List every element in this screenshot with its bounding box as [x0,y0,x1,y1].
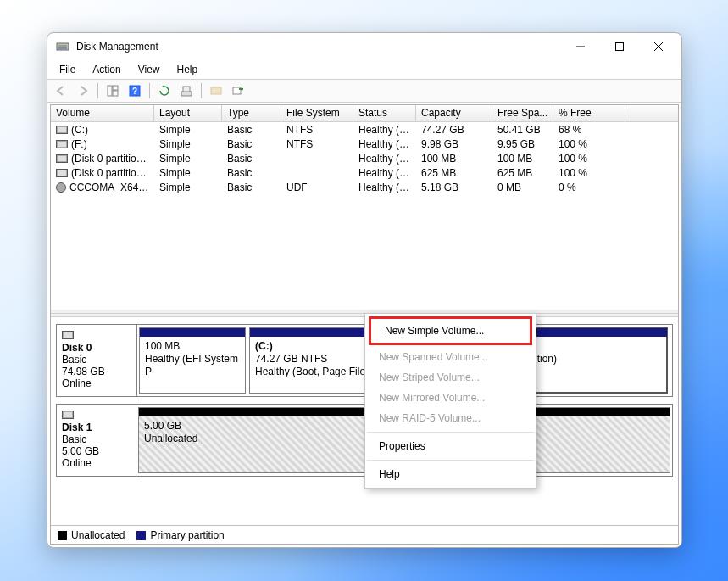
cm-new-simple-volume[interactable]: New Simple Volume... [371,321,530,341]
back-button[interactable] [51,81,71,100]
col-pctfree[interactable]: % Free [553,105,625,121]
volume-row[interactable]: CCCOMA_X64FRE...SimpleBasicUDFHealthy (P… [51,180,678,194]
cm-new-striped-volume: New Striped Volume... [365,367,536,388]
svg-rect-8 [113,86,118,90]
legend: Unallocated Primary partition [51,525,678,544]
menubar: File Action View Help [47,60,681,79]
layout-button[interactable] [103,81,123,100]
svg-rect-2 [58,47,67,49]
partition-context-menu: New Simple Volume... New Spanned Volume.… [364,313,536,489]
disk-info[interactable]: Disk 1Basic5.00 GBOnline [57,405,136,476]
legend-label-primary: Primary partition [150,529,224,541]
col-free[interactable]: Free Spa... [492,105,553,121]
col-status[interactable]: Status [353,105,416,121]
cm-properties[interactable]: Properties [365,436,536,456]
legend-swatch-unallocated [58,531,67,540]
col-volume[interactable]: Volume [51,105,154,121]
volume-row[interactable]: (C:)SimpleBasicNTFSHealthy (B...74.27 GB… [51,122,678,137]
close-button[interactable] [639,34,678,59]
minimize-button[interactable] [561,34,600,59]
disk-info[interactable]: Disk 0Basic74.98 GBOnline [57,325,137,396]
tool5-button[interactable] [206,81,226,100]
toolbar: ? [47,79,681,103]
cm-help[interactable]: Help [365,464,536,484]
svg-rect-1 [58,45,67,47]
window-title: Disk Management [76,41,561,53]
volume-row[interactable]: (F:)SimpleBasicNTFSHealthy (B...9.98 GB9… [51,137,678,151]
app-icon [56,40,69,53]
svg-rect-14 [211,87,221,94]
volume-list-header: Volume Layout Type File System Status Ca… [51,105,678,122]
col-layout[interactable]: Layout [154,105,222,121]
svg-rect-9 [113,91,118,96]
maximize-button[interactable] [600,34,639,59]
help-button[interactable]: ? [125,81,145,100]
cm-new-mirrored-volume: New Mirrored Volume... [365,388,536,408]
refresh-button[interactable] [154,81,175,100]
forward-button[interactable] [73,81,93,100]
cm-new-spanned-volume: New Spanned Volume... [365,347,536,367]
svg-rect-13 [183,87,190,92]
tool6-button[interactable] [228,81,248,100]
svg-rect-7 [108,86,112,96]
menu-view[interactable]: View [131,62,167,77]
col-filesystem[interactable]: File System [281,105,353,121]
titlebar[interactable]: Disk Management [47,33,681,60]
partition[interactable]: 100 MBHealthy (EFI System P [139,327,246,394]
svg-text:?: ? [132,87,137,96]
menu-file[interactable]: File [53,62,82,77]
settings-button[interactable] [176,81,197,100]
menu-action[interactable]: Action [86,62,127,77]
menu-help[interactable]: Help [170,62,205,77]
svg-rect-4 [616,43,624,51]
volume-row[interactable]: (Disk 0 partition 4)SimpleBasicHealthy (… [51,165,678,180]
legend-label-unallocated: Unallocated [71,529,125,541]
svg-rect-12 [181,92,192,96]
col-capacity[interactable]: Capacity [416,105,492,121]
cm-new-raid5-volume: New RAID-5 Volume... [365,408,536,428]
volume-row[interactable]: (Disk 0 partition 1)SimpleBasicHealthy (… [51,151,678,165]
legend-swatch-primary [136,531,146,540]
volume-list[interactable]: Volume Layout Type File System Status Ca… [51,105,678,313]
col-type[interactable]: Type [222,105,281,121]
